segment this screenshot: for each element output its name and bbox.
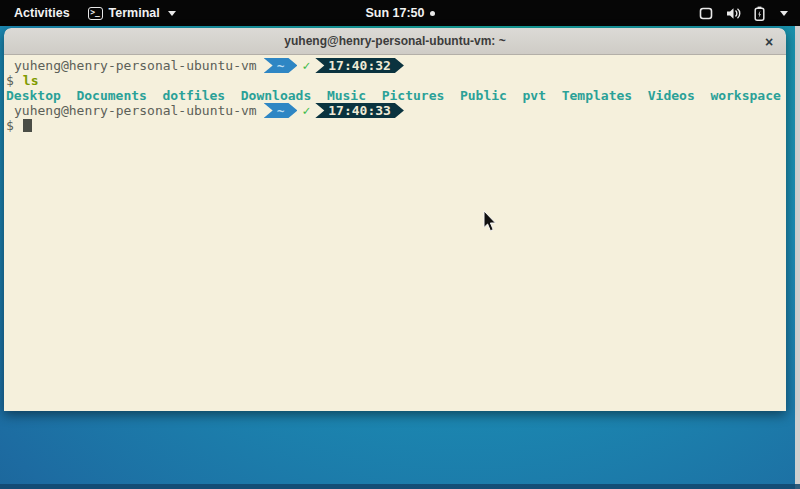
system-status-area[interactable] bbox=[699, 6, 800, 21]
directory-entry: Documents bbox=[76, 88, 146, 103]
clock-button[interactable]: Sun 17:50 bbox=[365, 6, 434, 20]
command-line: $ ls bbox=[6, 73, 784, 88]
window-title: yuheng@henry-personal-ubuntu-vm: ~ bbox=[284, 34, 505, 48]
screen-edge-strip bbox=[0, 484, 800, 489]
clock-label: Sun 17:50 bbox=[365, 6, 424, 20]
prompt-status-check-icon: ✓ bbox=[302, 103, 310, 118]
prompt-line: yuheng@henry-personal-ubuntu-vm ~ ✓ 17:4… bbox=[6, 58, 784, 73]
top-bar: Activities >_ Terminal Sun 17:50 bbox=[0, 0, 800, 26]
directory-entry: Downloads bbox=[241, 88, 311, 103]
prompt-time-segment: 17:40:32 bbox=[315, 58, 404, 73]
directory-entry: Public bbox=[460, 88, 507, 103]
screen-icon bbox=[699, 7, 713, 20]
input-line: $ bbox=[6, 118, 784, 133]
prompt-status-check-icon: ✓ bbox=[302, 58, 310, 73]
prompt-time-segment: 17:40:33 bbox=[315, 103, 404, 118]
prompt-cwd-segment: ~ bbox=[264, 58, 298, 73]
chevron-down-icon[interactable] bbox=[780, 11, 788, 16]
activities-button[interactable]: Activities bbox=[10, 4, 74, 22]
volume-icon bbox=[726, 7, 741, 20]
directory-entry: Music bbox=[327, 88, 366, 103]
directory-entry: Templates bbox=[562, 88, 632, 103]
prompt-line: yuheng@henry-personal-ubuntu-vm ~ ✓ 17:4… bbox=[6, 103, 784, 118]
prompt-user-host: yuheng@henry-personal-ubuntu-vm bbox=[14, 58, 257, 73]
directory-entry: workspace bbox=[710, 88, 780, 103]
directory-entry: Pictures bbox=[382, 88, 445, 103]
directory-entry: Desktop bbox=[6, 88, 61, 103]
prompt-symbol: $ bbox=[6, 73, 14, 88]
prompt-user-host: yuheng@henry-personal-ubuntu-vm bbox=[14, 103, 257, 118]
app-menu-terminal[interactable]: >_ Terminal bbox=[88, 6, 176, 20]
app-menu-label: Terminal bbox=[109, 6, 160, 20]
desktop: Activities >_ Terminal Sun 17:50 bbox=[0, 0, 800, 489]
ls-output-line: DesktopDocumentsdotfilesDownloadsMusicPi… bbox=[6, 88, 784, 103]
typed-command: ls bbox=[23, 73, 39, 88]
terminal-window: yuheng@henry-personal-ubuntu-vm: ~ × yuh… bbox=[4, 28, 786, 411]
window-titlebar[interactable]: yuheng@henry-personal-ubuntu-vm: ~ × bbox=[4, 28, 786, 55]
text-cursor bbox=[23, 119, 32, 132]
terminal-app-icon: >_ bbox=[88, 7, 103, 20]
terminal-body[interactable]: yuheng@henry-personal-ubuntu-vm ~ ✓ 17:4… bbox=[4, 55, 786, 411]
directory-entry: pvt bbox=[523, 88, 546, 103]
prompt-symbol: $ bbox=[6, 118, 14, 133]
directory-entry: dotfiles bbox=[163, 88, 226, 103]
battery-charging-icon bbox=[754, 6, 765, 21]
prompt-cwd-segment: ~ bbox=[264, 103, 298, 118]
notification-dot-icon bbox=[430, 11, 435, 16]
screen-edge-strip bbox=[795, 26, 800, 489]
close-button[interactable]: × bbox=[758, 28, 780, 55]
chevron-down-icon bbox=[168, 11, 176, 16]
directory-entry: Videos bbox=[648, 88, 695, 103]
